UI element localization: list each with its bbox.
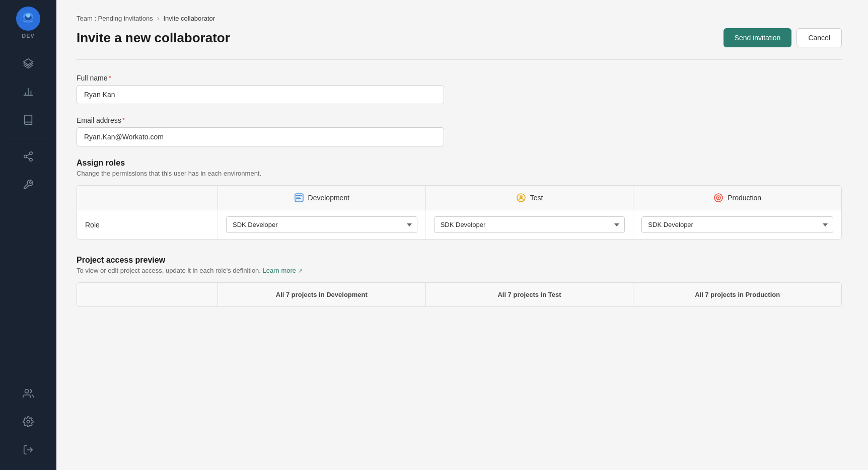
development-icon xyxy=(294,193,304,203)
role-production-select-container: SDK Developer Admin Operator Analyst xyxy=(641,216,833,233)
test-label: Test xyxy=(530,194,543,202)
assign-roles-title: Assign roles xyxy=(77,159,842,168)
page-container: Team : Pending invitations › Invite coll… xyxy=(56,0,862,321)
page-title: Invite a new collaborator xyxy=(77,30,230,46)
role-test-cell: SDK Developer Admin Operator Analyst xyxy=(426,210,634,239)
role-test-select-container: SDK Developer Admin Operator Analyst xyxy=(434,216,625,233)
project-header-empty xyxy=(77,283,218,306)
roles-header-production: Production xyxy=(633,186,841,210)
wrench-icon xyxy=(23,179,34,190)
sidebar-bottom xyxy=(0,379,56,470)
sidebar-item-wrench[interactable] xyxy=(0,171,56,199)
project-table-header: All 7 projects in Development All 7 proj… xyxy=(77,283,841,306)
roles-table-header: Development Test xyxy=(77,186,841,210)
svg-point-25 xyxy=(718,197,719,199)
sidebar: DEV xyxy=(0,0,56,470)
role-label-cell: Role xyxy=(77,210,218,239)
svg-point-3 xyxy=(26,14,30,18)
action-buttons: Send invitation Cancel xyxy=(724,28,842,47)
users-icon xyxy=(23,388,34,399)
email-label: Email address* xyxy=(77,116,842,124)
sidebar-item-users[interactable] xyxy=(0,379,56,408)
roles-table-row: Role SDK Developer Admin Operator Analys… xyxy=(77,210,841,239)
svg-rect-18 xyxy=(296,195,302,196)
project-access-title: Project access preview xyxy=(77,256,842,265)
svg-point-11 xyxy=(30,159,33,162)
role-development-select[interactable]: SDK Developer Admin Operator Analyst xyxy=(226,216,417,233)
sidebar-divider-1 xyxy=(11,138,45,138)
role-production-select[interactable]: SDK Developer Admin Operator Analyst xyxy=(641,216,833,233)
breadcrumb-current: Invite collaborator xyxy=(163,15,215,22)
role-development-cell: SDK Developer Admin Operator Analyst xyxy=(218,210,426,239)
svg-point-14 xyxy=(25,389,29,393)
role-production-cell: SDK Developer Admin Operator Analyst xyxy=(633,210,841,239)
layers-icon xyxy=(23,58,34,69)
svg-point-9 xyxy=(30,152,33,155)
role-development-select-container: SDK Developer Admin Operator Analyst xyxy=(226,216,417,233)
breadcrumb-parent[interactable]: Team : Pending invitations xyxy=(77,15,153,22)
sidebar-item-share[interactable] xyxy=(0,142,56,171)
roles-header-development: Development xyxy=(218,186,426,210)
project-table: All 7 projects in Development All 7 proj… xyxy=(77,282,842,307)
cancel-button[interactable]: Cancel xyxy=(797,28,842,47)
svg-line-13 xyxy=(27,154,30,156)
email-required: * xyxy=(122,116,125,124)
project-access-description: To view or edit project access, update i… xyxy=(77,267,842,274)
role-label: Role xyxy=(85,221,100,229)
full-name-input[interactable] xyxy=(77,85,444,104)
role-test-select[interactable]: SDK Developer Admin Operator Analyst xyxy=(434,216,625,233)
sidebar-nav xyxy=(0,45,56,379)
logo-circle xyxy=(16,7,40,31)
svg-point-22 xyxy=(520,195,523,198)
svg-line-12 xyxy=(27,157,30,159)
external-link-icon: ↗ xyxy=(298,268,303,274)
settings-icon xyxy=(23,416,34,427)
sidebar-logo[interactable]: DEV xyxy=(0,0,56,45)
svg-point-15 xyxy=(27,420,30,423)
test-icon xyxy=(516,193,526,203)
logout-icon xyxy=(23,444,34,455)
breadcrumb-separator: › xyxy=(157,14,160,22)
send-invitation-button[interactable]: Send invitation xyxy=(724,28,792,47)
sidebar-item-logout[interactable] xyxy=(0,436,56,464)
roles-header-empty xyxy=(77,186,218,210)
share-icon xyxy=(23,151,34,162)
learn-more-link[interactable]: Learn more ↗ xyxy=(263,267,303,274)
main-content: Team : Pending invitations › Invite coll… xyxy=(56,0,868,470)
svg-rect-17 xyxy=(295,194,303,202)
svg-rect-20 xyxy=(296,198,301,199)
roles-table: Development Test xyxy=(77,185,842,240)
assign-roles-section: Assign roles Change the permissions that… xyxy=(77,159,842,240)
title-divider xyxy=(77,59,842,60)
full-name-label: Full name* xyxy=(77,74,842,82)
sidebar-item-chart[interactable] xyxy=(0,77,56,106)
production-icon xyxy=(713,193,724,203)
chart-icon xyxy=(23,86,34,97)
full-name-required: * xyxy=(108,74,111,82)
project-access-section: Project access preview To view or edit p… xyxy=(77,256,842,307)
project-header-dev: All 7 projects in Development xyxy=(218,283,426,306)
production-label: Production xyxy=(728,194,761,202)
sidebar-item-settings[interactable] xyxy=(0,408,56,436)
assign-roles-description: Change the permissions that this user ha… xyxy=(77,170,842,177)
svg-point-10 xyxy=(24,155,27,158)
development-label: Development xyxy=(308,194,350,202)
breadcrumb: Team : Pending invitations › Invite coll… xyxy=(77,14,842,22)
project-header-prod: All 7 projects in Production xyxy=(633,283,841,306)
sidebar-item-book[interactable] xyxy=(0,106,56,134)
svg-rect-19 xyxy=(296,197,300,198)
sidebar-item-layers[interactable] xyxy=(0,49,56,77)
email-group: Email address* xyxy=(77,116,842,146)
project-header-test: All 7 projects in Test xyxy=(426,283,634,306)
roles-header-test: Test xyxy=(426,186,634,210)
page-title-row: Invite a new collaborator Send invitatio… xyxy=(77,28,842,47)
book-icon xyxy=(23,114,34,125)
full-name-group: Full name* xyxy=(77,74,842,104)
email-input[interactable] xyxy=(77,127,444,146)
sidebar-logo-label: DEV xyxy=(22,33,35,39)
